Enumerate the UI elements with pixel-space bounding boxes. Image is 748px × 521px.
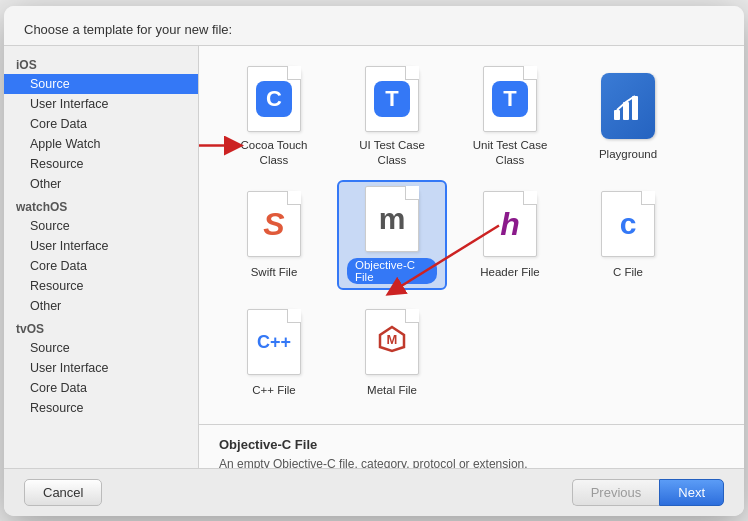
sidebar-item-ios-source[interactable]: Source <box>4 74 198 94</box>
dialog: Choose a template for your new file: iOS… <box>4 6 744 516</box>
file-item-metal-file[interactable]: M Metal File <box>337 298 447 408</box>
file-icon-ui-test-case-class: T <box>362 66 422 132</box>
file-label-ui-test-case-class: UI Test Case Class <box>345 138 439 168</box>
file-icon-playground <box>598 71 658 141</box>
file-label-objective-c-file: Objective-C File <box>347 258 437 284</box>
file-icon-objective-c-file: m <box>362 186 422 252</box>
sidebar-group-watchos: watchOS <box>4 194 198 216</box>
description-panel: Objective-C File An empty Objective-C fi… <box>199 425 744 468</box>
file-grid: C Cocoa Touch Class T UI Test Case Class… <box>199 46 744 425</box>
content-area: C Cocoa Touch Class T UI Test Case Class… <box>199 46 744 468</box>
file-item-playground[interactable]: Playground <box>573 62 683 172</box>
file-icon-swift-file: S <box>244 189 304 259</box>
file-label-cocoa-touch-class: Cocoa Touch Class <box>227 138 321 168</box>
sidebar-item-tvos-resource[interactable]: Resource <box>4 398 198 418</box>
file-icon-c-file: c <box>598 189 658 259</box>
sidebar-item-watchos-resource[interactable]: Resource <box>4 276 198 296</box>
sidebar-item-watchos-source[interactable]: Source <box>4 216 198 236</box>
svg-rect-0 <box>614 110 620 120</box>
sidebar-item-tvos-ui[interactable]: User Interface <box>4 358 198 378</box>
sidebar-item-watchos-core-data[interactable]: Core Data <box>4 256 198 276</box>
sidebar-item-ios-resource[interactable]: Resource <box>4 154 198 174</box>
file-icon-header-file: h <box>480 189 540 259</box>
svg-text:M: M <box>387 332 398 347</box>
sidebar-item-ios-other[interactable]: Other <box>4 174 198 194</box>
sidebar-item-ios-core-data[interactable]: Core Data <box>4 114 198 134</box>
file-label-unit-test-case-class: Unit Test Case Class <box>463 138 557 168</box>
file-label-playground: Playground <box>599 147 657 162</box>
file-label-cpp-file: C++ File <box>252 383 295 398</box>
file-icon-unit-test-case-class: T <box>480 66 540 132</box>
dialog-body: iOSSourceUser InterfaceCore DataApple Wa… <box>4 46 744 468</box>
dialog-footer: Cancel Previous Next <box>4 468 744 516</box>
file-item-c-file[interactable]: cC File <box>573 180 683 290</box>
sidebar-item-watchos-other[interactable]: Other <box>4 296 198 316</box>
sidebar-item-watchos-ui[interactable]: User Interface <box>4 236 198 256</box>
next-button[interactable]: Next <box>659 479 724 506</box>
file-label-c-file: C File <box>613 265 643 280</box>
sidebar-group-tvos: tvOS <box>4 316 198 338</box>
dialog-header: Choose a template for your new file: <box>4 6 744 46</box>
sidebar-item-ios-ui[interactable]: User Interface <box>4 94 198 114</box>
file-icon-metal-file: M <box>362 307 422 377</box>
sidebar-item-ios-apple-watch[interactable]: Apple Watch <box>4 134 198 154</box>
file-label-header-file: Header File <box>480 265 539 280</box>
sidebar-item-tvos-core-data[interactable]: Core Data <box>4 378 198 398</box>
file-item-cocoa-touch-class[interactable]: C Cocoa Touch Class <box>219 62 329 172</box>
header-text: Choose a template for your new file: <box>24 22 232 37</box>
file-item-swift-file[interactable]: SSwift File <box>219 180 329 290</box>
file-item-unit-test-case-class[interactable]: T Unit Test Case Class <box>455 62 565 172</box>
svg-rect-2 <box>632 96 638 120</box>
sidebar-group-ios: iOS <box>4 52 198 74</box>
sidebar: iOSSourceUser InterfaceCore DataApple Wa… <box>4 46 199 468</box>
file-item-objective-c-file[interactable]: mObjective-C File <box>337 180 447 290</box>
previous-button[interactable]: Previous <box>572 479 660 506</box>
file-item-cpp-file[interactable]: C++C++ File <box>219 298 329 408</box>
file-icon-cpp-file: C++ <box>244 307 304 377</box>
file-label-swift-file: Swift File <box>251 265 298 280</box>
description-title: Objective-C File <box>219 437 724 452</box>
file-item-ui-test-case-class[interactable]: T UI Test Case Class <box>337 62 447 172</box>
file-icon-cocoa-touch-class: C <box>244 66 304 132</box>
sidebar-item-tvos-source[interactable]: Source <box>4 338 198 358</box>
file-item-header-file[interactable]: hHeader File <box>455 180 565 290</box>
cancel-button[interactable]: Cancel <box>24 479 102 506</box>
description-text: An empty Objective-C file, category, pro… <box>219 456 724 468</box>
nav-button-group: Previous Next <box>572 479 724 506</box>
file-label-metal-file: Metal File <box>367 383 417 398</box>
